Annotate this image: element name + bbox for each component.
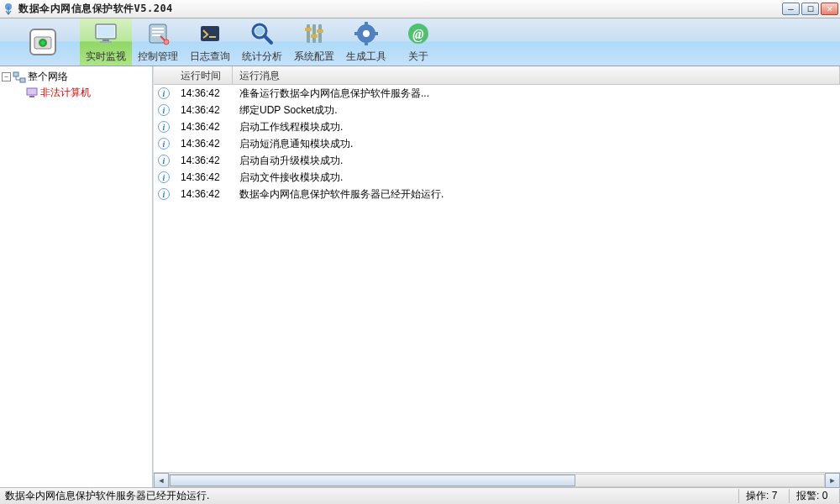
info-icon: i	[154, 171, 174, 183]
svg-rect-10	[152, 31, 164, 33]
log-time: 14:36:42	[174, 87, 233, 99]
tree-root-row[interactable]: − 整个网络	[2, 69, 150, 85]
status-ops: 操作: 7	[739, 489, 790, 503]
toolbar-control-manage[interactable]: 控制管理	[132, 18, 184, 66]
about-icon: @	[405, 20, 432, 47]
log-message: 启动自动升级模块成功.	[233, 154, 840, 168]
tree-child-row[interactable]: 非法计算机	[25, 85, 150, 101]
status-message: 数据伞内网信息保护软件服务器已经开始运行.	[0, 489, 739, 503]
svg-text:@: @	[412, 27, 423, 42]
info-icon: i	[154, 87, 174, 99]
titlebar: 数据伞内网信息保护软件V5.204 ─ ☐ ✕	[0, 0, 840, 18]
toolbar-realtime-monitor[interactable]: 实时监视	[80, 18, 132, 66]
log-time: 14:36:42	[174, 171, 233, 183]
maximize-button[interactable]: ☐	[801, 3, 819, 15]
camera-icon	[29, 29, 56, 55]
svg-rect-18	[312, 24, 316, 43]
toolbar-label: 控制管理	[138, 50, 178, 64]
control-icon	[144, 20, 171, 47]
toolbar-log-query[interactable]: 日志查询	[184, 18, 236, 66]
info-icon: i	[154, 121, 174, 133]
toolbar-about[interactable]: @ 关于	[392, 18, 444, 66]
tree-child-label: 非法计算机	[40, 86, 91, 100]
log-time: 14:36:42	[174, 155, 233, 166]
svg-point-12	[164, 39, 169, 45]
log-row[interactable]: i14:36:42准备运行数据伞内网信息保护软件服务器...	[154, 85, 840, 102]
status-alarm-value: 0	[822, 490, 828, 501]
config-icon	[301, 20, 328, 47]
log-time: 14:36:42	[174, 104, 233, 116]
svg-rect-26	[365, 40, 368, 45]
close-button[interactable]: ✕	[821, 3, 838, 15]
tree-collapse-icon[interactable]: −	[2, 72, 11, 81]
svg-rect-34	[29, 96, 34, 97]
info-icon: i	[154, 138, 174, 150]
statusbar: 数据伞内网信息保护软件服务器已经开始运行. 操作: 7 报警: 0	[0, 487, 840, 504]
log-time: 14:36:42	[174, 138, 233, 150]
log-row[interactable]: i14:36:42启动短消息通知模块成功.	[154, 135, 840, 152]
svg-rect-27	[354, 32, 360, 35]
scroll-left-arrow[interactable]: ◄	[154, 473, 169, 488]
log-row[interactable]: i14:36:42启动工作线程模块成功.	[154, 118, 840, 135]
log-row[interactable]: i14:36:42数据伞内网信息保护软件服务器已经开始运行.	[154, 186, 840, 202]
toolbar-label: 实时监视	[86, 50, 126, 64]
log-message: 启动工作线程模块成功.	[233, 120, 840, 134]
minimize-button[interactable]: ─	[782, 3, 800, 15]
log-message: 启动短消息通知模块成功.	[233, 137, 840, 151]
log-message: 绑定UDP Socket成功.	[233, 103, 840, 118]
svg-rect-28	[373, 32, 378, 35]
computer-icon	[25, 87, 39, 100]
log-time: 14:36:42	[174, 121, 233, 133]
sidebar-tree: − 整个网络 非法计算机	[0, 66, 153, 487]
scroll-track[interactable]	[169, 474, 825, 487]
log-message: 启动文件接收模块成功.	[233, 171, 840, 185]
svg-rect-20	[305, 28, 312, 31]
svg-point-3	[41, 41, 45, 45]
app-icon	[2, 3, 15, 16]
tree-root-label: 整个网络	[28, 70, 68, 84]
toolbar-system-config[interactable]: 系统配置	[288, 18, 340, 66]
monitor-icon	[92, 20, 119, 47]
toolbar-label: 系统配置	[294, 50, 334, 64]
svg-rect-17	[307, 24, 310, 43]
toolbar-build-tool[interactable]: 生成工具	[340, 18, 392, 66]
scroll-right-arrow[interactable]: ►	[825, 473, 840, 488]
svg-rect-13	[201, 26, 219, 41]
log-body: i14:36:42准备运行数据伞内网信息保护软件服务器...i14:36:42绑…	[154, 85, 840, 472]
app-logo	[29, 18, 56, 66]
log-row[interactable]: i14:36:42绑定UDP Socket成功.	[154, 102, 840, 118]
svg-point-24	[363, 30, 370, 37]
status-ops-value: 7	[772, 490, 778, 501]
svg-rect-33	[27, 88, 37, 95]
svg-rect-21	[311, 34, 318, 38]
log-message: 数据伞内网信息保护软件服务器已经开始运行.	[233, 187, 840, 202]
svg-rect-32	[20, 78, 25, 82]
svg-rect-6	[102, 39, 109, 41]
toolbar-label: 生成工具	[346, 50, 386, 64]
scroll-thumb[interactable]	[170, 475, 575, 486]
log-panel: 运行时间 运行消息 i14:36:42准备运行数据伞内网信息保护软件服务器...…	[153, 66, 840, 487]
log-row[interactable]: i14:36:42启动自动升级模块成功.	[154, 152, 840, 169]
toolbar-stats-analysis[interactable]: 统计分析	[236, 18, 288, 66]
svg-rect-25	[365, 22, 368, 27]
svg-rect-31	[13, 72, 18, 76]
info-icon: i	[154, 188, 174, 200]
svg-rect-7	[100, 41, 112, 43]
log-time: 14:36:42	[174, 188, 233, 200]
log-header-msg[interactable]: 运行消息	[233, 66, 840, 85]
status-alarm-label: 报警:	[796, 490, 819, 501]
svg-point-15	[255, 27, 264, 35]
info-icon: i	[154, 155, 174, 166]
log-message: 准备运行数据伞内网信息保护软件服务器...	[233, 87, 840, 101]
info-icon: i	[154, 104, 174, 116]
svg-rect-5	[97, 26, 114, 37]
toolbar-label: 统计分析	[242, 50, 282, 64]
network-icon	[13, 71, 26, 84]
window-controls: ─ ☐ ✕	[782, 3, 838, 15]
log-row[interactable]: i14:36:42启动文件接收模块成功.	[154, 169, 840, 186]
gear-icon	[353, 20, 380, 47]
log-header-time[interactable]: 运行时间	[174, 66, 233, 85]
horizontal-scrollbar[interactable]: ◄ ►	[154, 472, 840, 487]
status-alarm: 报警: 0	[790, 489, 840, 503]
window-title: 数据伞内网信息保护软件V5.204	[18, 2, 782, 16]
